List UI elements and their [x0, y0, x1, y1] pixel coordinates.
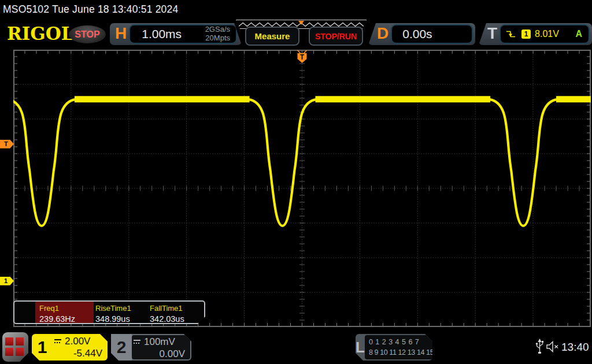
trigger-mode-auto: A — [575, 29, 584, 39]
memory-depth: 20Mpts — [205, 34, 230, 42]
measurement-item-falltime[interactable]: FallTime1 342.03us — [150, 302, 184, 323]
logic-channels-badge[interactable]: L 0 1 2 3 4 5 6 7 8 9 10 11 12 13 14 15 — [356, 334, 432, 361]
model-and-datetime: MSO5102 Tue June 18 13:40:51 2024 — [3, 3, 178, 16]
measurement-value: 342.03us — [150, 314, 184, 324]
measurement-panel: Freq1 239.63Hz RiseTime1 348.99us FallTi… — [13, 300, 205, 324]
delay-label: D — [372, 25, 391, 43]
acquisition-info: 2GSa/s 20Mpts — [205, 25, 231, 43]
channel2-offset: 0.00V — [133, 348, 185, 360]
channel1-offset-marker[interactable]: 1 — [0, 277, 14, 285]
channel2-number: 2 — [111, 334, 132, 361]
status-clock: 13:40 — [561, 341, 589, 354]
sample-rate: 2GSa/s — [205, 25, 230, 34]
measure-button[interactable]: Measure — [245, 27, 299, 46]
trigger-level-letter: T — [4, 140, 8, 147]
horizontal-settings-button[interactable]: H 1.00ms 2GSa/s 20Mpts — [110, 23, 242, 45]
trigger-settings-button[interactable]: T 1 8.01V A — [479, 23, 592, 45]
dc-coupling-icon — [133, 339, 141, 345]
acquisition-state-badge[interactable]: STOP — [69, 25, 106, 43]
trigger-source-badge: 1 — [521, 29, 531, 39]
measurement-label: FallTime1 — [150, 304, 184, 313]
oscilloscope-screen: MSO5102 Tue June 18 13:40:51 2024 RIGOL … — [0, 0, 592, 364]
waveform-display: T — [13, 50, 591, 327]
trigger-level-marker[interactable]: T — [0, 140, 14, 148]
rigol-logo: RIGOL — [7, 23, 74, 44]
horizontal-label: H — [110, 25, 129, 43]
measurement-value: 239.63Hz — [39, 314, 94, 324]
falling-edge-icon — [505, 29, 516, 39]
delay-settings-button[interactable]: D 0.00s — [368, 23, 475, 45]
measurement-item-freq[interactable]: Freq1 239.63Hz — [35, 302, 94, 323]
trigger-label: T — [482, 25, 500, 43]
channel2-scale: 100mV — [144, 336, 175, 348]
dc-coupling-icon — [54, 339, 62, 344]
delay-value: 0.00s — [397, 27, 432, 41]
channel1-badge[interactable]: 1 2.00V -5.44V — [32, 334, 108, 361]
menu-grid-button[interactable] — [2, 332, 28, 362]
channel1-offset: -5.44V — [54, 348, 102, 359]
channel1-marker-digit: 1 — [4, 277, 8, 284]
trigger-level-value: 8.01V — [535, 29, 559, 39]
stop-run-button[interactable]: STOP/RUN — [309, 27, 363, 46]
muted-speaker-icon — [546, 340, 560, 353]
channel2-badge[interactable]: 2 100mV 0.00V — [111, 334, 191, 361]
timebase-box: 1.00ms 2GSa/s 20Mpts — [129, 24, 237, 44]
channel1-scale: 2.00V — [65, 336, 90, 347]
trigger-box: 1 8.01V A — [500, 24, 590, 44]
measurement-label: Freq1 — [39, 304, 94, 313]
usb-icon — [535, 339, 544, 355]
measurement-value: 348.99us — [95, 314, 131, 324]
logic-label: L — [356, 334, 365, 361]
measurement-item-risetime[interactable]: RiseTime1 348.99us — [95, 302, 131, 323]
measurement-label: RiseTime1 — [95, 304, 131, 313]
logic-channels-row2: 8 9 10 11 12 13 14 15 — [369, 347, 434, 358]
trigger-position-letter: T — [300, 53, 305, 61]
timebase-value: 1.00ms — [135, 27, 182, 41]
channel1-number: 1 — [32, 334, 53, 361]
delay-box: 0.00s — [391, 24, 473, 44]
logic-channels-row1: 0 1 2 3 4 5 6 7 — [369, 337, 434, 347]
menu-grid-icon — [5, 337, 24, 356]
